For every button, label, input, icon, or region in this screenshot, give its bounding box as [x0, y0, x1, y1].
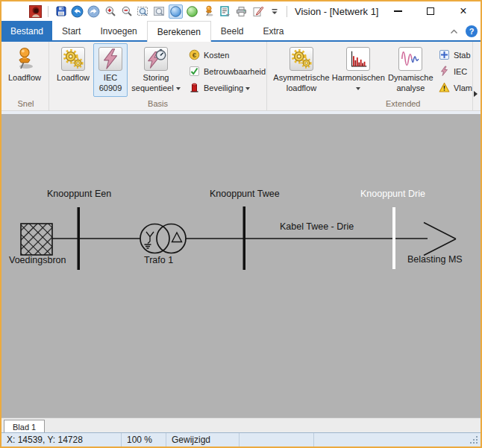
loadflow-quick-button[interactable]: Loadflow [3, 43, 46, 97]
ribbon-scroll-right-icon[interactable] [474, 91, 478, 97]
tab-beeld[interactable]: Beeld [211, 21, 254, 42]
ribbon-group-extended: Asymmetrische loadflow Harmonischen [267, 42, 473, 110]
crosshair-icon [439, 49, 450, 60]
tab-berekenen[interactable]: Berekenen [147, 21, 211, 42]
zoom-in-icon[interactable] [103, 4, 117, 19]
transformer-label[interactable]: Trafo 1 [144, 256, 173, 265]
iec-klein-button[interactable]: IEC [439, 65, 472, 78]
collapse-ribbon-icon[interactable] [450, 29, 458, 34]
qat-dropdown-icon[interactable] [267, 4, 281, 19]
network-canvas[interactable]: Knooppunt Een Knooppunt Twee Knooppunt D… [1, 114, 481, 417]
tab-label: Extra [263, 26, 284, 37]
sheet-tab-label: Blad 1 [13, 423, 36, 432]
window-title: Vision - [Netwerk 1] [295, 6, 378, 17]
asymmetrische-loadflow-button[interactable]: Asymmetrische loadflow [272, 43, 331, 97]
quick-access-toolbar [1, 4, 290, 19]
zoom-out-icon[interactable] [119, 4, 134, 19]
group-label-basis: Basis [49, 99, 266, 108]
load-label[interactable]: Belasting MS [407, 255, 463, 265]
green-sphere-icon[interactable] [185, 4, 199, 19]
source-label[interactable]: Voedingsbron [9, 256, 66, 265]
printer-icon[interactable] [234, 4, 248, 19]
resize-grip[interactable] [476, 442, 478, 444]
beveiliging-button[interactable]: Beveiliging [189, 81, 266, 94]
group-content: Loadflow IEC 60909 [49, 42, 266, 97]
dynamische-analyse-button[interactable]: Dynamische analyse [386, 43, 436, 97]
lightning-icon [98, 46, 123, 72]
harmonischen-button[interactable]: Harmonischen [331, 43, 386, 97]
status-empty-section [314, 433, 481, 447]
button-label: Storing [143, 73, 169, 82]
form-icon[interactable] [218, 4, 232, 19]
euro-icon: € [189, 49, 200, 60]
source-symbol[interactable] [21, 224, 52, 255]
stabiliteit-button[interactable]: Stab [439, 48, 472, 61]
status-empty-section [240, 433, 314, 447]
ribbon-group-snel: Loadflow Snel [3, 42, 49, 110]
storing-sequentieel-button[interactable]: Storing sequentieel [128, 43, 184, 97]
status-bar: X: 14539, Y: 14728 100 % Gewijzigd [1, 432, 481, 447]
cable-label[interactable]: Kabel Twee - Drie [280, 222, 354, 232]
tab-label: Bestand [10, 26, 43, 37]
zoom-extents-icon[interactable] [152, 4, 166, 19]
busbar-knooppunt-drie-selected[interactable] [392, 207, 395, 269]
app-logo-icon[interactable] [28, 4, 43, 19]
save-icon[interactable] [54, 4, 68, 19]
gears-icon [60, 46, 86, 72]
iec-60909-button[interactable]: IEC 60909 [93, 43, 128, 97]
tab-label: Invoegen [100, 26, 137, 37]
button-label: Kosten [204, 51, 229, 60]
app-window: Vision - [Netwerk 1] × Bestand Start Inv… [0, 0, 482, 448]
busbar-knooppunt-een[interactable] [78, 207, 81, 270]
checkmark-icon [189, 66, 200, 77]
undo-icon[interactable] [70, 4, 84, 19]
node-label-een[interactable]: Knooppunt Een [47, 189, 111, 199]
blue-sphere-icon[interactable] [169, 4, 183, 19]
button-label-text: sequentieel [131, 83, 173, 92]
load-arrow-symbol[interactable] [424, 223, 456, 256]
ribbon-group-basis: Loadflow IEC 60909 [49, 42, 267, 110]
histogram-icon [345, 46, 371, 72]
button-label: Asymmetrische [273, 73, 329, 82]
sheet-tab-blad1[interactable]: Blad 1 [4, 420, 45, 433]
dropdown-arrow-icon [245, 87, 250, 90]
betrouwbaarheid-button[interactable]: Betrouwbaarheid [189, 65, 266, 78]
loadflow-button[interactable]: Loadflow [53, 43, 93, 97]
close-button[interactable]: × [452, 3, 475, 19]
icon-plate [346, 47, 370, 71]
tab-invoegen[interactable]: Invoegen [90, 21, 146, 42]
kosten-button[interactable]: € Kosten [189, 48, 266, 61]
pushpin-icon[interactable] [201, 4, 216, 19]
wye-ground-symbol [145, 232, 154, 248]
tab-row-right: ? [450, 21, 478, 42]
node-label-twee[interactable]: Knooppunt Twee [210, 189, 280, 199]
node-label-drie[interactable]: Knooppunt Drie [360, 189, 425, 199]
tab-label: Beeld [221, 26, 244, 37]
button-label: Stab [454, 51, 471, 60]
waveform-icon [398, 46, 423, 72]
edit-icon[interactable] [251, 4, 265, 19]
transformer-symbol[interactable] [140, 224, 186, 253]
zoom-window-icon[interactable] [136, 4, 150, 19]
redo-icon[interactable] [87, 4, 101, 19]
tab-start[interactable]: Start [52, 21, 90, 42]
tab-extra[interactable]: Extra [254, 21, 294, 42]
network-diagram [1, 114, 481, 417]
button-label: Harmonischen [332, 73, 385, 82]
tab-bestand[interactable]: Bestand [1, 21, 52, 42]
window-controls: × [386, 1, 475, 21]
vlamboog-button[interactable]: Vlam [439, 81, 472, 94]
group-content: Asymmetrische loadflow Harmonischen [267, 42, 472, 97]
help-icon[interactable]: ? [466, 25, 478, 37]
group-label-snel: Snel [3, 99, 48, 108]
busbar-knooppunt-twee[interactable] [243, 206, 246, 270]
button-label: Loadflow [57, 73, 90, 82]
maximize-button[interactable] [419, 3, 442, 19]
warning-triangle-icon [439, 82, 450, 93]
minimize-button[interactable] [386, 3, 409, 19]
lightning-stopwatch-icon [143, 46, 169, 72]
title-bar: Vision - [Netwerk 1] × [1, 1, 481, 21]
pushpin-big-icon [12, 46, 37, 72]
group-content: Loadflow [3, 42, 48, 97]
ribbon-tabs: Bestand Start Invoegen Berekenen Beeld E… [1, 21, 294, 42]
